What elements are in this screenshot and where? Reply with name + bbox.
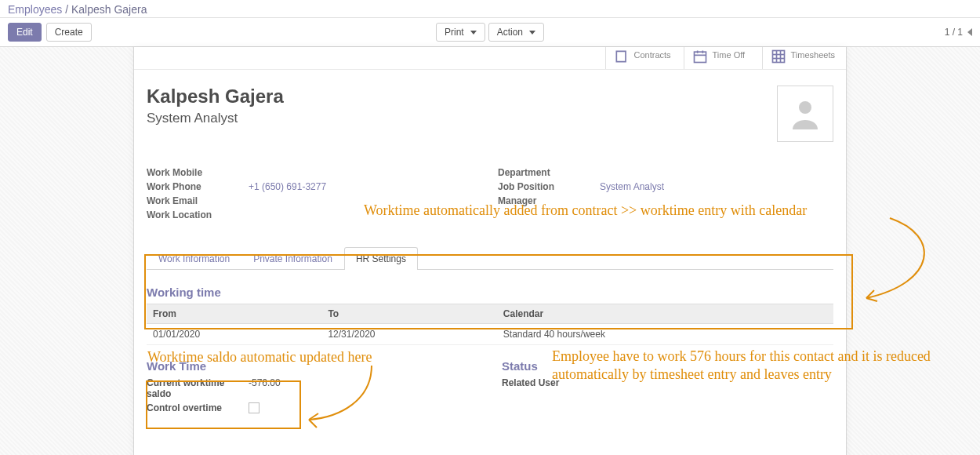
- breadcrumb: Employees / Kalpesh Gajera: [8, 3, 972, 17]
- tab-private-info[interactable]: Private Information: [241, 247, 344, 270]
- label-work-mobile: Work Mobile: [147, 167, 249, 178]
- annotation-3: Employee have to work 576 hours for this…: [552, 348, 967, 384]
- stat-contracts[interactable]: Contracts: [605, 47, 684, 69]
- label-department: Department: [498, 167, 600, 178]
- working-time-title: Working time: [147, 286, 833, 299]
- tab-work-info[interactable]: Work Information: [147, 247, 241, 270]
- label-work-phone: Work Phone: [147, 181, 249, 192]
- book-icon: [614, 49, 630, 66]
- avatar: [777, 86, 833, 142]
- arrow-1: [847, 212, 956, 306]
- calendar-icon: [692, 49, 708, 66]
- working-time-table: From To Calendar 01/01/2020 12/31/2020 S…: [147, 304, 833, 345]
- action-dropdown[interactable]: Action: [488, 23, 544, 42]
- employee-name: Kalpesh Gajera: [147, 86, 284, 107]
- svg-rect-0: [694, 52, 706, 62]
- stat-timesheets[interactable]: Timesheets: [762, 47, 846, 69]
- svg-point-9: [799, 101, 811, 114]
- control-bar: Edit Create Print Action 1 / 1: [0, 18, 980, 47]
- stat-timeoff[interactable]: Time Off: [684, 47, 762, 69]
- tabs: Work Information Private Information HR …: [147, 247, 833, 270]
- label-work-location: Work Location: [147, 209, 249, 220]
- saldo-value: -576.00: [249, 377, 281, 399]
- overtime-checkbox[interactable]: [249, 402, 260, 413]
- worktime-block: Work Time Current worktime saldo -576.00…: [147, 359, 478, 419]
- pager-prev-icon[interactable]: [967, 28, 972, 36]
- col-from: From: [147, 304, 321, 324]
- work-phone-link[interactable]: +1 (650) 691-3277: [249, 181, 326, 192]
- create-button[interactable]: Create: [46, 23, 92, 42]
- form-sheet: Contracts Time Off Timesheets Kalpesh Ga…: [133, 47, 847, 455]
- tab-hr-settings[interactable]: HR Settings: [344, 247, 418, 270]
- job-position-link[interactable]: System Analyst: [600, 181, 664, 192]
- grid-icon: [771, 49, 786, 66]
- saldo-label: Current worktime saldo: [147, 377, 249, 399]
- label-work-email: Work Email: [147, 195, 249, 206]
- table-row[interactable]: 01/01/2020 12/31/2020 Standard 40 hours/…: [147, 324, 833, 345]
- svg-rect-4: [772, 51, 784, 63]
- employee-position: System Analyst: [147, 111, 284, 126]
- annotation-1: Worktime automatically added from contra…: [364, 202, 960, 220]
- breadcrumb-current: Kalpesh Gajera: [71, 3, 147, 16]
- edit-button[interactable]: Edit: [8, 23, 42, 42]
- label-job-position: Job Position: [498, 181, 600, 192]
- col-calendar: Calendar: [497, 304, 833, 324]
- working-time-section: Working time From To Calendar 01/01/2020…: [147, 286, 833, 345]
- col-to: To: [321, 304, 496, 324]
- annotation-2: Worktime saldo automatic updated here: [147, 348, 372, 366]
- pager-counter: 1 / 1: [945, 27, 963, 38]
- breadcrumb-root[interactable]: Employees: [8, 3, 62, 16]
- overtime-label: Control overtime: [147, 402, 249, 416]
- print-dropdown[interactable]: Print: [436, 23, 485, 42]
